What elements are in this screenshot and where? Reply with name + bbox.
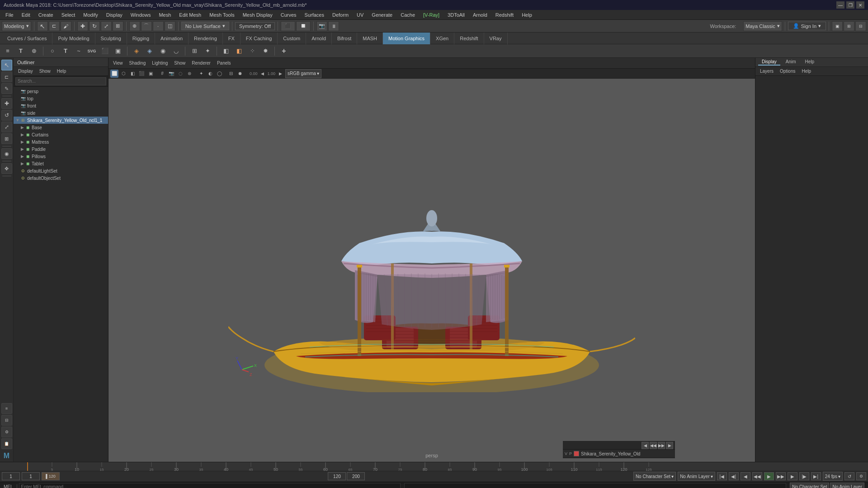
channel-options-tab[interactable]: Options: [777, 68, 798, 74]
layer-nav-next-btn[interactable]: ▶: [666, 442, 673, 449]
command-input[interactable]: [19, 483, 401, 488]
channel-display-tab[interactable]: Display: [758, 59, 780, 66]
snap-grid-btn[interactable]: ⊕: [129, 21, 140, 31]
menu-edit[interactable]: Edit: [18, 10, 34, 20]
menu-edit-mesh[interactable]: Edit Mesh: [175, 10, 205, 20]
tab-xgen[interactable]: XGen: [430, 33, 454, 44]
render-btn[interactable]: ⬛: [281, 21, 295, 31]
plus-btn[interactable]: +: [278, 45, 290, 57]
viewport-grid-btn[interactable]: #: [158, 70, 166, 78]
tree-item-tablet[interactable]: ▶ ◼ Tablet: [14, 160, 108, 167]
color-icon-1[interactable]: ◈: [131, 45, 142, 57]
colorspace-dropdown[interactable]: sRGB gamma ▾: [285, 69, 321, 78]
menu-create[interactable]: Create: [35, 10, 57, 20]
tree-item-object-set[interactable]: ⊙ defaultObjectSet: [14, 174, 108, 182]
maximize-button[interactable]: ❐: [846, 1, 854, 9]
tree-item-persp[interactable]: 📷 persp: [14, 88, 108, 95]
close-button[interactable]: ✕: [856, 1, 864, 9]
anim-layer-dropdown[interactable]: No Anim Layer ▾: [678, 472, 715, 481]
layout-single-btn[interactable]: ▣: [832, 21, 843, 31]
menu-curves[interactable]: Curves: [277, 10, 300, 20]
cube-btn[interactable]: ⬛: [99, 45, 111, 57]
scale-btn[interactable]: ⤢: [1, 122, 12, 132]
outliner-menu-display[interactable]: Display: [15, 68, 36, 74]
tab-mash[interactable]: MASH: [357, 33, 383, 44]
tab-fx-caching[interactable]: FX Caching: [241, 33, 278, 44]
menu-file[interactable]: File: [2, 10, 17, 20]
viewport-wireframe-btn[interactable]: ⬡: [119, 70, 127, 78]
paint-select-btn[interactable]: 🖌: [61, 21, 71, 31]
sphere-btn[interactable]: ○: [47, 45, 58, 57]
outliner-menu-help[interactable]: Help: [54, 68, 69, 74]
viewport-xray-btn[interactable]: ◌: [176, 70, 184, 78]
show-manipulator-btn[interactable]: ✥: [1, 163, 12, 174]
tab-custom[interactable]: Custom: [278, 33, 306, 44]
color-icon-2[interactable]: ◈: [144, 45, 156, 57]
tab-arnold[interactable]: Arnold: [306, 33, 332, 44]
menu-uv[interactable]: UV: [353, 10, 367, 20]
total-end-frame-input[interactable]: [347, 472, 365, 480]
select-tool-btn[interactable]: ↖: [37, 21, 48, 31]
menu-display[interactable]: Display: [103, 10, 126, 20]
viewport-playblast-btn[interactable]: ⏺: [236, 70, 244, 78]
light-icon-btn[interactable]: ✦: [202, 45, 213, 57]
viewport-shaded-texture-btn[interactable]: ▣: [146, 70, 155, 78]
no-anim-layer-dropdown[interactable]: No Anim Layer: [830, 483, 864, 488]
lasso-select-btn[interactable]: ⊏: [49, 21, 60, 31]
manip-btn[interactable]: ⊞: [1, 133, 12, 144]
tab-animation[interactable]: Animation: [155, 33, 189, 44]
outliner-search-input[interactable]: [15, 77, 106, 85]
tab-rigging[interactable]: Rigging: [127, 33, 155, 44]
tree-item-front[interactable]: 📷 front: [14, 102, 108, 109]
channel-layers-tab[interactable]: Layers: [757, 68, 776, 74]
current-frame-input[interactable]: [22, 472, 40, 480]
mash-text-btn[interactable]: T: [15, 45, 27, 57]
character-set-dropdown[interactable]: No Character Set ▾: [633, 472, 676, 481]
layer-nav-prev-btn[interactable]: ◀: [642, 442, 649, 449]
playback-prev-frame-btn[interactable]: ◀: [741, 472, 750, 480]
tree-item-pillows[interactable]: ▶ ◼ Pillows: [14, 153, 108, 160]
menu-mesh-display[interactable]: Mesh Display: [239, 10, 276, 20]
sign-in-btn[interactable]: 👤 Sign In ▾: [788, 22, 826, 30]
playback-play-back-btn[interactable]: ◀◀: [752, 472, 762, 480]
menu-arnold[interactable]: Arnold: [469, 10, 491, 20]
type-btn[interactable]: T: [60, 45, 71, 57]
mash-create-btn[interactable]: ≡: [2, 45, 14, 57]
tree-item-base[interactable]: ▶ ◼ Base: [14, 124, 108, 131]
paint-btn[interactable]: ✎: [1, 83, 12, 94]
soft-select-btn[interactable]: ◉: [1, 148, 12, 159]
viewport-ao-btn[interactable]: ◯: [215, 70, 223, 78]
menu-help[interactable]: Help: [518, 10, 536, 20]
playback-jump-end-btn[interactable]: ▶|: [811, 472, 821, 480]
tree-item-paddle[interactable]: ▶ ◼ Paddle: [14, 145, 108, 153]
playback-step-forward-btn[interactable]: |▶: [799, 472, 809, 480]
cloth-btn[interactable]: ◧: [220, 45, 232, 57]
viewport-lights-btn[interactable]: ✦: [197, 70, 205, 78]
gamma-up-btn[interactable]: ▶: [276, 70, 284, 78]
arc-btn[interactable]: ◡: [170, 45, 182, 57]
mash-inherit-btn[interactable]: ⊕: [28, 45, 40, 57]
viewport-panels-menu[interactable]: Panels: [214, 59, 234, 68]
spline-btn[interactable]: ~: [73, 45, 85, 57]
minimize-button[interactable]: —: [836, 1, 844, 9]
group-btn[interactable]: ▣: [112, 45, 124, 57]
rotate-tool-btn[interactable]: ↻: [89, 21, 100, 31]
fps-dropdown[interactable]: 24 fps ▾: [823, 472, 843, 481]
symmetry-btn[interactable]: Symmetry: Off: [235, 22, 275, 30]
menu-select[interactable]: Select: [58, 10, 79, 20]
no-character-dropdown[interactable]: No Character Set: [790, 483, 829, 488]
tree-item-curtains[interactable]: ▶ ◼ Curtains: [14, 131, 108, 138]
tree-item-light-set[interactable]: ⊙ defaultLightSet: [14, 167, 108, 174]
layer-nav-forward-btn[interactable]: ▶▶: [658, 442, 665, 449]
move-tool-btn[interactable]: ✚: [77, 21, 88, 31]
universal-manip-btn[interactable]: ⊞: [113, 21, 123, 31]
tree-item-top[interactable]: 📷 top: [14, 95, 108, 102]
effects-btn[interactable]: ✸: [259, 45, 271, 57]
outliner-menu-show[interactable]: Show: [37, 68, 53, 74]
viewport-textured-btn[interactable]: ⬛: [137, 70, 146, 78]
particles-btn[interactable]: ⁘: [246, 45, 258, 57]
viewport-shaded-btn[interactable]: ◧: [128, 70, 137, 78]
tab-rendering[interactable]: Rendering: [189, 33, 223, 44]
layer-item[interactable]: V P Shikara_Serenity_Yellow_Old: [563, 450, 675, 458]
viewport-lighting-menu[interactable]: Lighting: [149, 59, 170, 68]
